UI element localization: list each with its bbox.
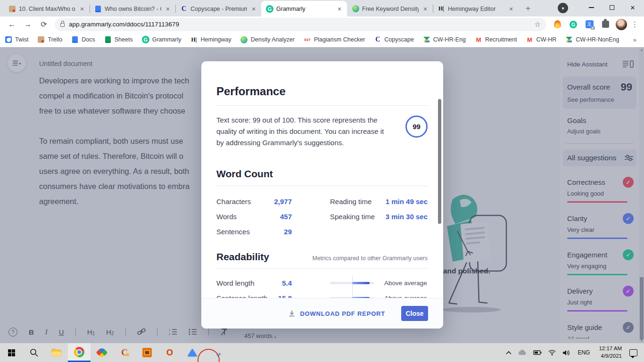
stat-characters: Characters2,977 xyxy=(216,194,292,209)
docs-icon xyxy=(71,36,79,43)
maximize-button[interactable] xyxy=(603,0,621,15)
tab-copyscape[interactable]: C Copyscape - Premium × xyxy=(175,1,261,16)
bookmark-star-icon[interactable]: ☆ xyxy=(535,20,541,29)
show-hidden-icons-chevron[interactable] xyxy=(506,351,512,354)
bookmark-cw-hr-eng[interactable]: CW-HR-Eng xyxy=(423,36,466,43)
performance-modal: Performance Text score: 99 out of 100. T… xyxy=(201,61,443,329)
file-explorer-icon[interactable] xyxy=(45,343,68,362)
browser-chrome: 10. Client Max/Who o × Who owns Bitcoin?… xyxy=(0,0,644,47)
tab-title: Copyscape - Premium xyxy=(190,6,247,12)
tab-close-icon[interactable]: × xyxy=(164,5,172,13)
close-button[interactable]: Close xyxy=(401,306,428,321)
back-button[interactable]: ← xyxy=(6,18,18,31)
notification-center-icon[interactable] xyxy=(629,349,637,356)
search-button[interactable] xyxy=(23,343,45,362)
translate-extension-icon[interactable]: 文 xyxy=(584,19,595,30)
tab-title: Who owns Bitcoin? - G xyxy=(105,6,161,12)
readability-note: Metrics compared to other Grammarly user… xyxy=(312,255,428,262)
grammarly-editor-page: ☰ ▸ Untitled document Developers are wor… xyxy=(0,47,644,343)
language-indicator[interactable]: ENG xyxy=(578,349,590,356)
forward-button[interactable]: → xyxy=(22,18,34,31)
tab-close-icon[interactable]: × xyxy=(336,5,343,13)
reload-button[interactable]: ⟳ xyxy=(38,18,50,31)
extensions-puzzle-icon[interactable] xyxy=(600,19,611,30)
tab-title: Grammarly xyxy=(276,6,333,12)
start-button[interactable] xyxy=(0,343,23,362)
bookmark-hemingway[interactable]: H|Hemingway xyxy=(190,36,231,43)
image-favicon xyxy=(8,5,16,13)
modal-scrollbar-thumb[interactable] xyxy=(438,99,441,224)
density-favicon xyxy=(352,5,359,13)
twist-icon xyxy=(5,36,12,43)
download-pdf-button[interactable]: DOWNLOAD PDF REPORT xyxy=(288,310,385,317)
word-count-title: Word Count xyxy=(216,168,273,180)
capture-app-icon[interactable] xyxy=(136,343,158,362)
time: 12:17 AM xyxy=(599,345,622,353)
grammarly-extension-icon[interactable]: G xyxy=(568,19,579,30)
address-bar: ← → ⟳ app.grammarly.com/ddocs/1117113679… xyxy=(0,16,644,32)
score-description: Text score: 99 out of 100. This score re… xyxy=(216,115,387,148)
sst-icon: SST xyxy=(304,36,311,43)
url-text[interactable]: app.grammarly.com/ddocs/1117113679 xyxy=(69,21,179,28)
divider xyxy=(216,105,428,106)
google-docs-favicon xyxy=(94,5,102,13)
stat-speaking-time: Speaking time3 min 30 sec xyxy=(330,209,428,224)
tab-client-max[interactable]: 10. Client Max/Who o × xyxy=(4,1,90,16)
tab-close-icon[interactable]: × xyxy=(507,5,515,13)
tab-grammarly-active[interactable]: G Grammarly × xyxy=(261,1,347,16)
wifi-icon[interactable] xyxy=(548,350,556,355)
grammarly-favicon: G xyxy=(266,5,273,13)
comparison-meter xyxy=(330,294,374,298)
battery-icon[interactable] xyxy=(533,350,542,355)
chrome-taskbar-icon[interactable] xyxy=(68,343,91,362)
drive-icon xyxy=(423,36,430,43)
tab-keyword-density[interactable]: Free Keyword Density × xyxy=(347,1,433,16)
office-icon[interactable]: O xyxy=(158,343,181,362)
tab-close-icon[interactable]: × xyxy=(250,5,257,13)
windows-taskbar: C O ✂ ENG 12:17 AM 4/9/2021 xyxy=(0,343,644,362)
bookmark-recruitment[interactable]: MRecruitment xyxy=(475,36,517,43)
bookmark-plagiarism-checker[interactable]: SSTPlagiarism Checker xyxy=(304,36,365,43)
close-window-button[interactable]: ✕ xyxy=(623,0,642,15)
url-field[interactable]: app.grammarly.com/ddocs/1117113679 ☆ xyxy=(55,18,546,31)
avg-icon[interactable] xyxy=(91,343,113,362)
tab-close-icon[interactable]: × xyxy=(421,5,429,13)
bookmark-grammarly[interactable]: GGrammarly xyxy=(142,36,182,43)
bookmark-cw-hr[interactable]: MCW-HR xyxy=(526,36,556,43)
bookmarks-overflow-icon[interactable]: » xyxy=(633,36,636,43)
minimize-button[interactable] xyxy=(582,0,601,15)
taskbar-clock[interactable]: 12:17 AM 4/9/2021 xyxy=(599,345,622,360)
speaker-icon[interactable] xyxy=(562,350,570,356)
readability-title: Readability xyxy=(216,251,269,263)
search-icon xyxy=(30,348,38,357)
new-tab-button[interactable]: + xyxy=(521,2,535,15)
bookmark-sheets[interactable]: Sheets xyxy=(104,36,133,43)
onedrive-icon[interactable] xyxy=(518,350,527,355)
bookmark-density-analyzer[interactable]: Density Analyzer xyxy=(240,36,295,43)
browser-menu-icon[interactable]: ⋮ xyxy=(631,20,638,29)
bookmark-copyscape[interactable]: CCopyscape xyxy=(374,36,414,43)
bookmark-docs[interactable]: Docs xyxy=(71,36,95,43)
hemingway-favicon: H| xyxy=(438,5,445,13)
modal-footer: DOWNLOAD PDF REPORT Close xyxy=(201,298,443,329)
stat-sentences: Sentences29 xyxy=(216,224,292,239)
comparison-meter xyxy=(330,279,374,287)
gmail-icon: M xyxy=(526,36,533,43)
bookmark-trello[interactable]: Trello xyxy=(37,36,62,43)
tab-close-icon[interactable]: × xyxy=(78,5,86,13)
tab-who-owns-bitcoin[interactable]: Who owns Bitcoin? - G × xyxy=(90,1,175,16)
tab-hemingway[interactable]: H| Hemingway Editor × xyxy=(433,1,519,16)
trello-icon xyxy=(37,36,45,43)
bookmark-cw-hr-noneng[interactable]: CW-HR-NonEng xyxy=(565,36,619,43)
profile-avatar[interactable] xyxy=(616,19,627,30)
ccleaner-icon[interactable]: C xyxy=(113,343,136,362)
date: 4/9/2021 xyxy=(599,353,622,360)
folder-icon xyxy=(51,348,62,357)
stat-word-length: Word length 5.4 Above average xyxy=(216,275,428,290)
tab-search-icon[interactable]: ▾ xyxy=(558,3,568,13)
bookmark-twist[interactable]: Twist xyxy=(5,36,28,43)
sheets-icon xyxy=(104,36,112,43)
grammarly-icon: G xyxy=(142,36,149,43)
flame-extension-icon[interactable] xyxy=(552,19,563,30)
snipping-tool-icon[interactable]: ✂ xyxy=(204,343,226,362)
